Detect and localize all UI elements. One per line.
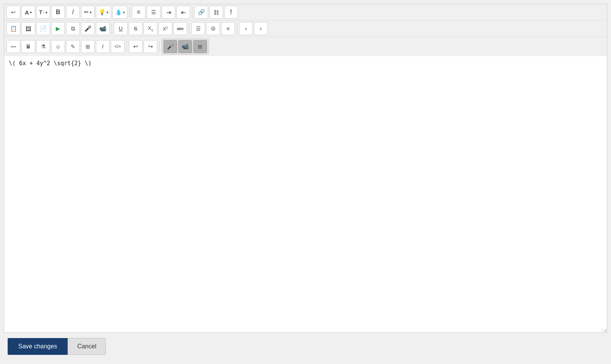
indent-icon: ⇥ (166, 9, 171, 16)
align-justify-btn[interactable]: ☰ (191, 22, 205, 35)
grid-icon: ⊞ (198, 43, 202, 50)
unordered-list-btn[interactable]: ≡ (132, 6, 145, 19)
exclaim-btn[interactable]: ! (224, 6, 238, 19)
collapse-btn[interactable]: ‹ (254, 22, 268, 35)
dropdown-icon: ▾ (123, 10, 125, 14)
mic-icon: 🎤 (84, 25, 92, 32)
subscript-btn[interactable]: X1 (144, 22, 157, 35)
drop-icon: 💧 (115, 9, 122, 16)
calc-icon: 🖩 (26, 43, 31, 50)
align-right-btn[interactable]: ≡ (221, 22, 235, 35)
link-icon: 🔗 (198, 9, 205, 16)
highlight-btn[interactable]: ✏ ▾ (81, 6, 95, 19)
cursor-btn[interactable]: I (96, 40, 110, 53)
image-btn[interactable]: 🖼 (21, 22, 35, 35)
mic-active-icon: 🎤 (167, 43, 174, 50)
table-icon: ⊞ (86, 43, 90, 50)
align-center-btn[interactable]: ☮ (206, 22, 220, 35)
italic-btn[interactable]: I (66, 6, 80, 19)
expand-icon: › (245, 25, 247, 32)
bold-btn[interactable]: B (51, 6, 65, 19)
hr-btn[interactable]: — (6, 40, 20, 53)
emoji-btn[interactable]: ☺ (51, 40, 65, 53)
strikethrough-icon: S (134, 26, 137, 32)
indent-btn[interactable]: ⇥ (162, 6, 175, 19)
code-btn[interactable]: </> (111, 40, 124, 53)
underline-btn[interactable]: U (114, 22, 128, 35)
lightbulb-btn[interactable]: 💡 ▾ (96, 6, 111, 19)
toolbar-row-1: ↩ A ▾ T↕ ▾ B I ✏ ▾ 💡 ▾ (4, 4, 607, 21)
separator (126, 41, 127, 52)
resize-handle[interactable]: ⌟ (601, 326, 606, 332)
paste-btn[interactable]: 📋 (6, 22, 20, 35)
font-family-btn[interactable]: A ▾ (21, 6, 35, 19)
outdent-icon: ⇤ (181, 9, 186, 16)
draw-btn[interactable]: ✎ (66, 40, 80, 53)
flask-icon: ⚗ (41, 43, 46, 50)
underline-icon: U (119, 26, 123, 32)
toolbar-row-3: — 🖩 ⚗ ☺ ✎ ⊞ I </> (4, 37, 607, 56)
ul-icon: ≡ (137, 9, 140, 16)
video-btn[interactable]: 📹 (96, 22, 110, 35)
editor-wrapper: ↩ A ▾ T↕ ▾ B I ✏ ▾ 💡 ▾ (0, 0, 611, 364)
paste-icon: 📋 (10, 25, 17, 32)
calc-btn[interactable]: 🖩 (21, 40, 35, 53)
abc-format-btn[interactable]: abc (173, 22, 187, 35)
font-t-icon: T (39, 9, 42, 15)
copy-block-btn[interactable]: ⧉ (66, 22, 80, 35)
dropdown-icon: ▾ (90, 10, 92, 14)
grid-active-btn[interactable]: ⊞ (193, 40, 207, 53)
redo-icon: ↪ (148, 43, 153, 50)
footer: Save changes Cancel (4, 333, 607, 360)
italic-icon: I (72, 9, 74, 16)
outdent-btn[interactable]: ⇤ (176, 6, 190, 19)
ordered-list-btn[interactable]: ☰ (147, 6, 160, 19)
align-center-icon: ☮ (211, 26, 216, 32)
mic-active-btn[interactable]: 🎤 (163, 40, 177, 53)
unlink-btn[interactable]: ⛓ (209, 6, 223, 19)
video-active-icon: 📹 (182, 43, 189, 50)
pen-icon: ✏ (84, 9, 89, 16)
superscript-btn[interactable]: X1 (158, 22, 172, 35)
bold-icon: B (56, 9, 60, 16)
toolbar-row-2: 📋 🖼 📄 ▶ ⧉ 🎤 📹 U (4, 21, 607, 37)
file-btn[interactable]: 📄 (36, 22, 50, 35)
media-play-btn[interactable]: ▶ (51, 22, 65, 35)
lightbulb-icon: 💡 (99, 9, 106, 16)
separator (189, 23, 189, 34)
expand-btn[interactable]: › (239, 22, 253, 35)
redo-btn[interactable]: ↪ (144, 40, 157, 53)
save-button[interactable]: Save changes (8, 338, 68, 355)
separator (192, 7, 192, 18)
superscript-icon: X1 (163, 26, 168, 32)
cancel-button[interactable]: Cancel (68, 338, 106, 355)
active-tools-group: 🎤 📹 ⊞ (162, 39, 209, 55)
image-icon: 🖼 (26, 26, 31, 32)
table-btn[interactable]: ⊞ (81, 40, 95, 53)
collapse-icon: ‹ (260, 25, 262, 32)
separator (129, 7, 130, 18)
cursor-icon: I (102, 43, 103, 50)
code-icon: </> (114, 44, 121, 49)
ol-icon: ☰ (151, 9, 156, 15)
link-btn[interactable]: 🔗 (194, 6, 208, 19)
undo-icon: ↩ (133, 43, 138, 50)
file-icon: 📄 (40, 25, 47, 32)
unlink-icon: ⛓ (213, 9, 219, 16)
exclaim-icon: ! (230, 9, 232, 16)
strikethrough-btn[interactable]: S (129, 22, 142, 35)
undo-btn[interactable]: ↩ (129, 40, 142, 53)
abc-icon: abc (177, 26, 184, 31)
color-btn[interactable]: 💧 ▾ (112, 6, 128, 19)
font-a-icon: A (25, 9, 29, 16)
science-btn[interactable]: ⚗ (36, 40, 50, 53)
special-char-btn[interactable]: ↩ (6, 6, 20, 19)
mic-btn[interactable]: 🎤 (81, 22, 95, 35)
draw-icon: ✎ (71, 43, 75, 50)
hr-icon: — (11, 43, 16, 50)
video-active-btn[interactable]: 📹 (178, 40, 192, 53)
align-justify-icon: ☰ (196, 26, 201, 32)
font-size-btn[interactable]: T↕ ▾ (36, 6, 50, 19)
editor-area[interactable]: \( 6x + 4y^2 \sqrt{2} \) ⌟ (4, 56, 607, 333)
dropdown-icon: ▾ (45, 10, 47, 14)
